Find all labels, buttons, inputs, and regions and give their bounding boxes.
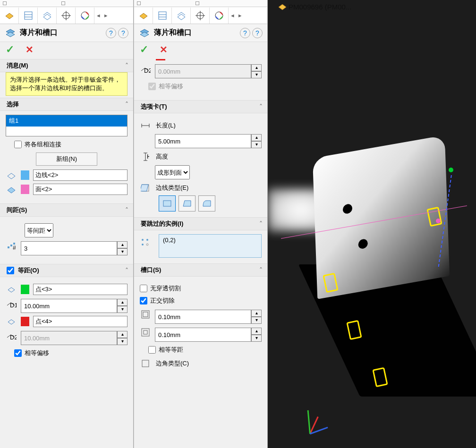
hole-feature[interactable]	[358, 238, 368, 249]
color-swatch	[21, 185, 29, 194]
cancel-button[interactable]: ✕	[26, 44, 34, 55]
toolbar-coord-tab[interactable]	[57, 8, 76, 24]
point-icon	[6, 284, 17, 295]
spin-up[interactable]: ▴	[251, 64, 262, 71]
height-icon: H	[140, 151, 151, 162]
toolbar-feature-tab[interactable]	[0, 8, 19, 24]
edge-type-chamfer[interactable]	[178, 195, 196, 211]
spin-down[interactable]: ▾	[251, 141, 262, 148]
svg-text:D2: D2	[144, 67, 151, 74]
toolbar-config-tab[interactable]	[38, 8, 57, 24]
equal-equal-checkbox[interactable]	[148, 346, 156, 354]
help-button-2[interactable]: ?	[252, 28, 263, 38]
spin-up[interactable]: ▴	[251, 134, 262, 141]
spin-up[interactable]: ▴	[117, 299, 128, 306]
message-section-header[interactable]: 消息(M) ˄	[0, 59, 133, 72]
spin-up[interactable]: ▴	[117, 241, 128, 248]
chevron-icon: ˄	[259, 103, 263, 110]
equal-section-header[interactable]: 等距(O) ˄	[0, 264, 133, 277]
panel-grip[interactable]	[137, 1, 141, 5]
offset1-input[interactable]	[155, 310, 251, 324]
section-label: 选择	[7, 100, 125, 109]
edge-input[interactable]	[33, 169, 128, 181]
spacing-section-header[interactable]: 间距(S) ˄	[0, 203, 133, 217]
spin-down[interactable]: ▾	[117, 248, 128, 255]
svg-point-34	[146, 244, 148, 245]
spin-down[interactable]: ▾	[117, 338, 128, 345]
equal-offset-checkbox[interactable]	[14, 349, 22, 357]
panel-grip[interactable]	[3, 1, 7, 5]
point4-input[interactable]	[33, 316, 128, 327]
edge-icon	[6, 169, 17, 181]
skip-section-header[interactable]: 要跳过的实例(I) ˄	[134, 217, 267, 230]
help-button-2[interactable]: ?	[118, 28, 128, 38]
connect-groups-checkbox[interactable]	[14, 141, 22, 148]
new-group-button[interactable]: 新组(N)	[36, 152, 97, 166]
spin-down[interactable]: ▾	[117, 306, 128, 313]
toolbar-feature-tab[interactable]	[134, 8, 153, 24]
face-input[interactable]	[33, 184, 128, 195]
svg-rect-30	[163, 201, 171, 206]
panel-grip-2[interactable]	[196, 1, 199, 5]
toolbar-prev-icon[interactable]: ◂	[229, 12, 236, 19]
spin-down[interactable]: ▾	[251, 335, 262, 342]
toolbar-prev-icon[interactable]: ◂	[94, 12, 102, 19]
count-input[interactable]	[21, 241, 117, 255]
offset2-input[interactable]	[155, 328, 251, 342]
group-listbox[interactable]: 组1	[6, 115, 128, 136]
d1-input[interactable]	[21, 299, 117, 313]
height-label: 高度	[156, 152, 262, 161]
checkbox-label: 将各组相连接	[25, 140, 61, 149]
point-icon	[6, 316, 17, 327]
spin-up[interactable]: ▴	[251, 328, 262, 335]
3d-viewport[interactable]: PM009696 (PM00...	[268, 0, 476, 448]
color-swatch	[21, 317, 29, 326]
spin-up[interactable]: ▴	[251, 310, 262, 317]
equal-checkbox[interactable]	[7, 267, 14, 274]
list-item[interactable]: (0,2)	[163, 237, 257, 244]
face-icon	[6, 184, 17, 195]
part-icon	[277, 1, 288, 12]
ok-button[interactable]: ✓	[6, 43, 14, 56]
svg-point-33	[142, 244, 144, 245]
ortho-cut-checkbox[interactable]	[140, 297, 147, 304]
length-input[interactable]	[155, 134, 251, 148]
spin-up[interactable]: ▴	[117, 331, 128, 338]
ok-button[interactable]: ✓	[140, 43, 148, 56]
offset2-icon	[140, 327, 151, 338]
toolbar-properties-tab[interactable]	[19, 8, 38, 24]
help-button[interactable]: ?	[106, 28, 116, 38]
toolbar-next-icon[interactable]: ▸	[236, 12, 244, 19]
cancel-button[interactable]: ✕	[160, 44, 168, 55]
axis-y	[307, 410, 311, 434]
skip-listbox[interactable]: (0,2)	[159, 234, 262, 258]
selection-section-header[interactable]: 选择 ˄	[0, 98, 133, 111]
point3-input[interactable]	[33, 284, 128, 295]
height-mode-select[interactable]: 成形到面	[155, 165, 190, 179]
panel-grip-2[interactable]	[61, 1, 65, 5]
endpoint-green[interactable]	[449, 168, 453, 172]
no-through-checkbox[interactable]	[140, 285, 147, 292]
toolbar-config-tab[interactable]	[172, 8, 191, 24]
toolbar-coord-tab[interactable]	[191, 8, 210, 24]
spin-down[interactable]: ▾	[251, 317, 262, 324]
checkbox-label: 正交切除	[150, 296, 175, 305]
edge-type-fillet[interactable]	[198, 195, 215, 211]
toolbar-properties-tab[interactable]	[153, 8, 172, 24]
svg-rect-0	[25, 12, 32, 19]
svg-rect-38	[144, 330, 147, 334]
tab-section-header[interactable]: 选项卡(T) ˄	[134, 100, 267, 113]
hole-feature[interactable]	[343, 203, 353, 214]
slot-section-header[interactable]: 槽口(S) ˄	[134, 263, 267, 277]
spacing-mode-select[interactable]: 等间距	[25, 223, 53, 237]
svg-point-31	[142, 239, 144, 241]
toolbar-appearance-tab[interactable]	[210, 8, 229, 24]
endpoint-pink[interactable]	[436, 219, 441, 223]
edge-type-square[interactable]	[159, 195, 176, 211]
spin-down[interactable]: ▾	[251, 71, 262, 78]
toolbar-next-icon[interactable]: ▸	[102, 12, 110, 19]
toolbar-appearance-tab[interactable]	[76, 8, 94, 24]
list-item[interactable]: 组1	[6, 115, 127, 127]
edge-type-label: 边线类型(E)	[156, 184, 262, 192]
help-button[interactable]: ?	[240, 28, 250, 38]
